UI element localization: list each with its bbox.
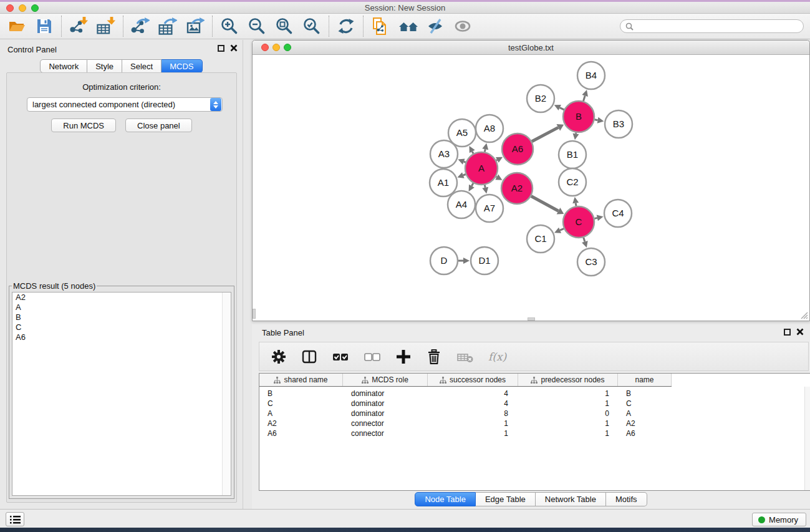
import-table-button[interactable] <box>96 16 116 36</box>
graph-edge[interactable] <box>532 127 558 141</box>
table-row[interactable]: Cdominator41C <box>259 399 810 409</box>
unselect-all-columns-icon[interactable] <box>364 349 381 365</box>
table-cell: 1 <box>518 389 618 399</box>
tree-icon <box>440 377 446 384</box>
graph-node-label: B <box>576 111 582 122</box>
tab-network-table[interactable]: Network Table <box>536 492 606 506</box>
task-history-button[interactable] <box>6 512 24 526</box>
node-table-body: Bdominator41BCdominator41CAdominator80AA… <box>259 387 810 438</box>
tab-mcds[interactable]: MCDS <box>162 59 202 73</box>
column-header-successor-nodes[interactable]: successor nodes <box>428 374 518 386</box>
graph-edge[interactable] <box>472 152 473 153</box>
table-cell: C <box>618 399 672 409</box>
table-scrollbar[interactable] <box>804 387 810 490</box>
mcds-result-item[interactable]: B <box>12 312 231 322</box>
tab-edge-table[interactable]: Edge Table <box>476 492 536 506</box>
split-columns-icon[interactable] <box>301 349 317 365</box>
refresh-button[interactable] <box>336 16 356 36</box>
close-panel-icon[interactable] <box>230 44 238 52</box>
memory-button[interactable]: Memory <box>752 513 806 526</box>
import-network-button[interactable] <box>69 16 89 36</box>
close-panel-button[interactable]: Close panel <box>125 118 192 132</box>
graph-edge[interactable] <box>463 175 466 175</box>
table-row[interactable]: Adominator80A <box>259 409 810 418</box>
network-window-titlebar[interactable]: testGlobe.txt <box>253 41 809 55</box>
tab-motifs[interactable]: Motifs <box>606 492 647 506</box>
share-document-icon <box>371 17 390 36</box>
tab-style[interactable]: Style <box>87 59 122 73</box>
function-builder-icon[interactable]: f(x) <box>488 351 506 363</box>
graph-edge[interactable] <box>464 162 466 162</box>
graph-edge[interactable] <box>531 196 559 211</box>
network-vertical-scroll-thumb[interactable] <box>253 309 256 319</box>
graph-edge[interactable] <box>576 203 576 206</box>
zoom-out-button[interactable] <box>247 16 267 36</box>
graph-edge[interactable] <box>560 229 564 231</box>
column-header-name[interactable]: name <box>618 374 672 386</box>
search-input[interactable] <box>637 22 798 31</box>
float-panel-icon[interactable] <box>218 45 224 52</box>
run-mcds-button[interactable]: Run MCDS <box>51 118 116 132</box>
graph-edge[interactable] <box>595 120 598 120</box>
search-field[interactable] <box>620 19 804 33</box>
table-cell: 1 <box>518 428 618 438</box>
save-floppy-icon <box>35 17 54 36</box>
table-cell: A2 <box>618 418 672 428</box>
zoom-selected-button[interactable] <box>302 16 322 36</box>
tab-network[interactable]: Network <box>40 59 87 73</box>
column-header-predecessor-nodes[interactable]: predecessor nodes <box>518 374 618 386</box>
hide-details-button[interactable] <box>425 16 445 36</box>
export-network-button[interactable] <box>130 16 150 36</box>
table-header-row: shared name MCDS role successor nodes pr… <box>259 374 672 387</box>
delete-column-trash-icon[interactable] <box>426 349 442 365</box>
column-header-mcds-role[interactable]: MCDS role <box>343 374 428 386</box>
graph-edge[interactable] <box>594 218 597 218</box>
open-session-button[interactable] <box>7 16 27 36</box>
network-horizontal-scroll-thumb[interactable] <box>528 317 535 321</box>
graph-edge[interactable] <box>584 96 586 102</box>
graph-edge[interactable] <box>584 238 585 242</box>
graph-edge[interactable] <box>560 108 564 110</box>
export-table-button[interactable] <box>158 16 178 36</box>
graph-node-label: B3 <box>613 118 624 129</box>
export-image-button[interactable] <box>185 16 205 36</box>
mcds-result-item[interactable]: A2 <box>12 293 231 302</box>
result-list-scrollbar[interactable] <box>222 293 231 495</box>
network-graph[interactable]: B4B2BB3A5A8A6A3B1AC2A1A2A4A7C4CC1C3DD1 <box>253 55 809 321</box>
select-all-columns-icon[interactable] <box>332 349 349 365</box>
create-column-plus-icon[interactable] <box>395 349 412 365</box>
table-row[interactable]: A6connector11A6 <box>259 428 810 438</box>
graph-edge[interactable] <box>496 160 498 160</box>
screen: Session: New Session <box>0 0 810 532</box>
column-header-shared-name[interactable]: shared name <box>259 374 343 386</box>
network-canvas[interactable]: B4B2BB3A5A8A6A3B1AC2A1A2A4A7C4CC1C3DD1 <box>253 55 809 321</box>
table-settings-gear-icon[interactable] <box>271 349 287 365</box>
graph-edge[interactable] <box>485 185 485 187</box>
resize-grip-icon[interactable] <box>800 311 808 319</box>
mcds-result-item[interactable]: C <box>12 322 231 332</box>
close-table-panel-icon[interactable] <box>796 328 804 336</box>
mcds-result-item[interactable]: A <box>12 302 231 312</box>
delete-table-icon[interactable] <box>456 349 474 365</box>
table-row[interactable]: A2connector11A2 <box>259 418 810 428</box>
desktop-bottom-strip <box>0 528 810 532</box>
tab-node-table[interactable]: Node Table <box>415 492 476 506</box>
main-toolbar <box>0 14 810 39</box>
double-home-button[interactable] <box>398 16 418 36</box>
graph-node-label: A4 <box>456 199 467 210</box>
save-session-button[interactable] <box>34 16 54 36</box>
share-document-button[interactable] <box>370 16 390 36</box>
mcds-result-list: A2ABCA6 <box>12 292 231 496</box>
float-table-panel-icon[interactable] <box>784 329 791 336</box>
graph-edge[interactable] <box>485 149 485 152</box>
zoom-fit-button[interactable] <box>274 16 294 36</box>
criterion-dropdown[interactable]: largest connected component (directed) <box>27 97 223 112</box>
show-details-button[interactable] <box>453 16 473 36</box>
table-row[interactable]: Bdominator41B <box>259 389 810 399</box>
memory-label: Memory <box>769 515 798 525</box>
graph-edge[interactable] <box>471 183 473 186</box>
mcds-result-item[interactable]: A6 <box>12 332 231 342</box>
table-cell: A6 <box>259 428 343 438</box>
zoom-in-button[interactable] <box>219 16 239 36</box>
tab-select[interactable]: Select <box>122 59 162 73</box>
